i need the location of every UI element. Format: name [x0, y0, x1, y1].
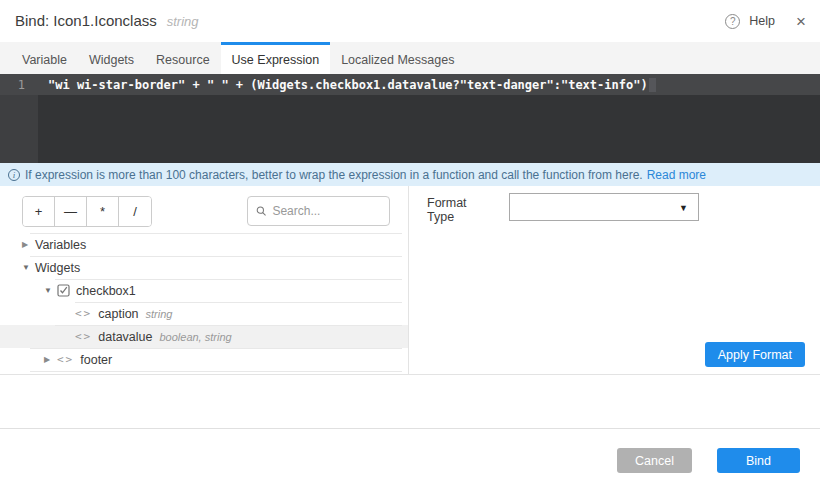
read-more-link[interactable]: Read more — [647, 168, 706, 182]
operator-button-group: +—*/ — [22, 196, 152, 227]
info-bar-text: If expression is more than 100 character… — [25, 168, 643, 182]
operator-divide-button[interactable]: / — [119, 197, 151, 226]
operator-multiply-button[interactable]: * — [87, 197, 119, 226]
help-icon[interactable]: ? — [725, 14, 740, 29]
chevron-collapsed-icon[interactable]: ▶ — [22, 240, 35, 249]
tree-item-label: checkbox1 — [76, 284, 136, 298]
dialog-title-type: string — [167, 14, 199, 29]
tab-variable[interactable]: Variable — [11, 42, 78, 74]
binding-tree: ▶Variables▼Widgets▼checkbox1<>captionstr… — [0, 233, 408, 372]
dialog-footer: Cancel Bind — [0, 429, 820, 489]
bind-button[interactable]: Bind — [717, 448, 800, 473]
search-icon — [256, 205, 266, 217]
tree-item-type: string — [146, 308, 173, 320]
cancel-button[interactable]: Cancel — [617, 448, 692, 473]
tree-item-footer[interactable]: ▶<>footer — [0, 348, 408, 371]
chevron-expanded-icon[interactable]: ▼ — [22, 263, 35, 272]
operator-minus-button[interactable]: — — [55, 197, 87, 226]
tab-resource[interactable]: Resource — [145, 42, 221, 74]
title-bar: Bind: Icon1.Iconclassstring ? Help × — [0, 0, 820, 42]
tree-item-variables[interactable]: ▶Variables — [0, 233, 408, 256]
info-bar: i If expression is more than 100 charact… — [0, 163, 820, 186]
expression-editor[interactable]: 1 "wi wi-star-border" + " " + (Widgets.c… — [0, 74, 820, 163]
bind-dialog: Bind: Icon1.Iconclassstring ? Help × Var… — [0, 0, 820, 489]
tree-item-checkbox1[interactable]: ▼checkbox1 — [0, 279, 408, 302]
tab-localized-messages[interactable]: Localized Messages — [330, 42, 465, 74]
property-code-icon: <> — [57, 353, 74, 366]
format-type-select[interactable]: ▼ — [509, 193, 699, 221]
content-area: +—*/ ▶Variables▼Widgets▼checkbox1<>capti… — [0, 186, 820, 375]
chevron-expanded-icon[interactable]: ▼ — [44, 286, 57, 295]
apply-format-button[interactable]: Apply Format — [705, 342, 805, 367]
format-panel: Format Type ▼ Apply Format — [410, 186, 820, 375]
tab-use-expression[interactable]: Use Expression — [221, 42, 331, 74]
info-icon: i — [8, 169, 20, 181]
tab-bar: VariableWidgetsResourceUse ExpressionLoc… — [0, 42, 820, 74]
tree-item-label: Variables — [35, 238, 86, 252]
format-type-label: Format Type — [427, 196, 492, 224]
operator-plus-button[interactable]: + — [23, 197, 55, 226]
tree-bottom-divider — [0, 371, 408, 372]
tree-item-type: boolean, string — [159, 331, 231, 343]
chevron-down-icon: ▼ — [679, 203, 688, 213]
chevron-collapsed-icon[interactable]: ▶ — [44, 355, 57, 364]
search-box[interactable] — [247, 196, 390, 226]
close-icon[interactable]: × — [796, 13, 806, 30]
dialog-title-text: Bind: Icon1.Iconclass — [15, 12, 157, 29]
tree-item-label: Widgets — [35, 261, 80, 275]
help-button[interactable]: Help — [749, 14, 775, 28]
tree-item-datavalue[interactable]: <>datavalueboolean, string — [0, 325, 408, 348]
editor-cursor — [649, 78, 656, 92]
editor-line-number: 1 — [0, 78, 38, 92]
expression-builder-panel: +—*/ ▶Variables▼Widgets▼checkbox1<>capti… — [0, 186, 409, 375]
checkbox-widget-icon — [57, 284, 70, 297]
tree-item-caption[interactable]: <>captionstring — [0, 302, 408, 325]
tab-widgets[interactable]: Widgets — [78, 42, 145, 74]
editor-code-line[interactable]: "wi wi-star-border" + " " + (Widgets.che… — [38, 78, 648, 92]
dialog-title: Bind: Icon1.Iconclassstring — [15, 12, 199, 29]
tree-item-widgets[interactable]: ▼Widgets — [0, 256, 408, 279]
tree-item-label: footer — [80, 353, 112, 367]
property-code-icon: <> — [75, 307, 92, 320]
property-code-icon: <> — [75, 330, 92, 343]
search-input[interactable] — [272, 204, 381, 218]
tree-item-label: caption — [98, 307, 138, 321]
tree-item-label: datavalue — [98, 330, 152, 344]
